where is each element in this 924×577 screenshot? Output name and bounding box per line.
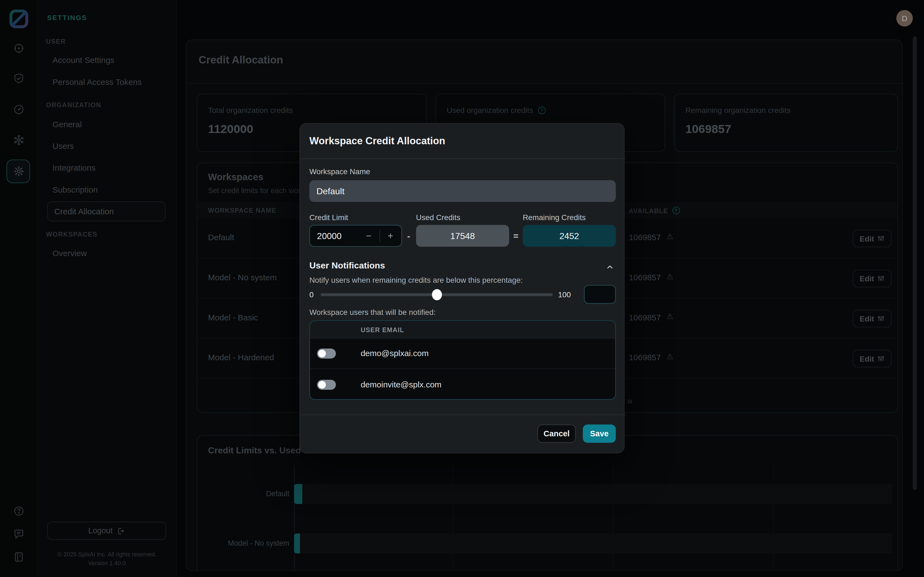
slider-min-label: 0 bbox=[309, 290, 314, 299]
decrement-button[interactable]: − bbox=[358, 226, 380, 246]
credit-limit-value[interactable]: 20000 bbox=[317, 231, 342, 241]
slider-handle[interactable] bbox=[432, 289, 442, 300]
credit-limit-stepper: 20000 − + bbox=[309, 225, 402, 247]
remaining-credits-value: 2452 bbox=[523, 225, 616, 247]
notify-helper-text: Notify users when remaining credits are … bbox=[309, 276, 523, 284]
minus-operator: - bbox=[407, 231, 410, 241]
user-row: demo@splxai.com bbox=[310, 338, 616, 369]
notified-users-table: USER EMAIL demo@splxai.com demoinvite@sp… bbox=[309, 321, 616, 400]
remaining-credits-label: Remaining Credits bbox=[523, 213, 586, 222]
slider-max-label: 100 bbox=[558, 290, 571, 299]
user-row: demoinvite@splx.com bbox=[310, 370, 616, 400]
workspace-name-label: Workspace Name bbox=[309, 167, 370, 176]
save-button[interactable]: Save bbox=[583, 424, 616, 443]
used-credits-label: Used Credits bbox=[416, 213, 460, 222]
user-email: demoinvite@splx.com bbox=[360, 380, 441, 389]
percentage-input[interactable] bbox=[584, 285, 616, 304]
toggle-knob bbox=[318, 381, 326, 388]
toggle-knob bbox=[318, 350, 326, 358]
column-user-email: USER EMAIL bbox=[360, 326, 404, 333]
used-credits-value: 17548 bbox=[416, 225, 509, 247]
increment-button[interactable]: + bbox=[380, 226, 401, 246]
workspace-name-input[interactable] bbox=[309, 180, 616, 202]
divider bbox=[300, 414, 625, 415]
user-email: demo@splxai.com bbox=[360, 349, 428, 358]
user-notifications-heading: User Notifications bbox=[309, 260, 385, 270]
users-helper-text: Workspace users that will be notified: bbox=[309, 308, 436, 317]
table-header-row: USER EMAIL bbox=[310, 321, 616, 338]
notify-toggle-off[interactable] bbox=[317, 380, 336, 390]
workspace-credit-allocation-modal: Workspace Credit Allocation Workspace Na… bbox=[299, 123, 625, 453]
credit-limit-label: Credit Limit bbox=[309, 213, 348, 222]
cancel-button[interactable]: Cancel bbox=[537, 424, 575, 443]
notify-toggle-off[interactable] bbox=[317, 349, 336, 359]
equals-operator: = bbox=[513, 231, 519, 241]
divider bbox=[300, 158, 625, 159]
chevron-up-icon[interactable] bbox=[606, 263, 614, 271]
modal-title: Workspace Credit Allocation bbox=[309, 135, 445, 147]
app-window: SETTINGS USER Account Settings Personal … bbox=[0, 0, 924, 577]
